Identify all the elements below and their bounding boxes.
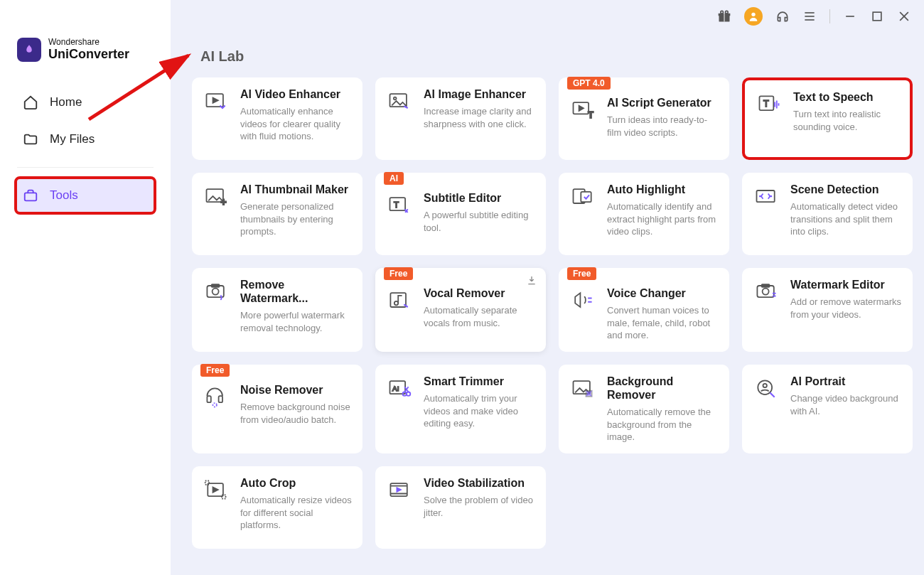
card-remove-watermark[interactable]: Remove Watermark... More powerful waterm… [192, 268, 362, 352]
card-desc: Add or remove watermarks from your video… [790, 296, 903, 321]
card-voice-changer[interactable]: Free Voice Changer Convert human voices … [559, 268, 729, 352]
card-desc: Remove background noise from video/audio… [240, 401, 353, 426]
auto-crop-icon [202, 476, 230, 505]
video-enhance-icon [202, 87, 230, 116]
card-watermark-editor[interactable]: Watermark Editor Add or remove watermark… [742, 268, 913, 352]
card-desc: A powerful subtitle editing tool. [424, 209, 536, 234]
card-smart-trimmer[interactable]: AI Smart Trimmer Automatically trim your… [375, 365, 546, 453]
card-desc: Generate personalized thumbnails by ente… [240, 200, 353, 238]
svg-rect-26 [581, 192, 591, 202]
svg-text:T: T [588, 110, 593, 120]
brand-bottom: UniConverter [48, 47, 129, 62]
menu-icon[interactable] [802, 9, 817, 23]
close-icon[interactable] [897, 9, 911, 23]
svg-point-38 [213, 403, 217, 407]
card-auto-crop[interactable]: Auto Crop Automatically resize videos fo… [192, 466, 362, 549]
card-desc: Automatically enhance videos for clearer… [240, 105, 353, 143]
card-title: Text to Speech [793, 90, 900, 104]
card-title: AI Script Generator [607, 96, 719, 109]
card-title: Voice Changer [607, 286, 719, 300]
vocal-icon [385, 286, 414, 315]
card-desc: Solve the problem of video jitter. [424, 494, 536, 519]
sidebar-divider [17, 167, 154, 168]
svg-text:+: + [220, 196, 226, 208]
card-desc: More powerful watermark removal technolo… [240, 309, 353, 334]
card-title: AI Portrait [790, 375, 903, 388]
card-title: AI Image Enhancer [424, 87, 536, 101]
card-title: Vocal Remover [424, 286, 536, 300]
svg-rect-48 [205, 480, 209, 484]
sidebar-item-tools[interactable]: Tools [17, 179, 154, 212]
card-desc: Automatically remove the background from… [607, 406, 719, 444]
titlebar [717, 7, 911, 26]
card-subtitle-editor[interactable]: AI T Subtitle Editor A powerful subtitle… [375, 173, 546, 255]
voice-changer-icon [569, 286, 597, 315]
card-noise-remover[interactable]: Free Noise Remover Remove background noi… [192, 365, 362, 453]
card-title: Smart Trimmer [424, 375, 536, 388]
card-title: Subtitle Editor [424, 191, 536, 205]
svg-point-42 [407, 392, 410, 395]
card-title: Video Stabilization [424, 476, 536, 490]
svg-point-29 [213, 289, 219, 295]
card-title: Noise Remover [240, 383, 353, 397]
card-title: AI Thumbnail Maker [240, 183, 353, 196]
card-scene-detection[interactable]: Scene Detection Automatically detect vid… [742, 173, 913, 255]
card-title: Watermark Editor [790, 278, 903, 291]
headset-icon[interactable] [775, 9, 790, 23]
card-desc: Turn text into realistic sounding voice. [793, 108, 900, 133]
scene-icon [752, 183, 780, 211]
svg-rect-37 [219, 396, 222, 402]
maximize-icon[interactable] [870, 9, 884, 23]
sidebar-item-myfiles[interactable]: My Files [17, 123, 154, 156]
image-enhance-icon [385, 87, 414, 116]
logo-mark-icon [17, 38, 41, 62]
svg-text:AI: AI [392, 385, 399, 392]
card-video-stabilization[interactable]: Video Stabilization Solve the problem of… [375, 466, 546, 549]
card-text-to-speech[interactable]: T Text to Speech Turn text into realisti… [742, 77, 913, 160]
card-ai-video-enhancer[interactable]: AI Video Enhancer Automatically enhance … [192, 77, 362, 160]
card-title: Scene Detection [790, 183, 903, 196]
svg-point-16 [394, 97, 397, 100]
card-title: Background Remover [607, 375, 719, 402]
svg-rect-36 [207, 396, 210, 402]
folder-icon [23, 131, 38, 147]
smart-trimmer-icon: AI [385, 375, 414, 403]
ai-portrait-icon [752, 375, 780, 403]
card-desc: Automatically detect video transitions a… [790, 200, 903, 238]
gift-icon[interactable] [717, 9, 731, 23]
stabilization-icon [385, 476, 414, 505]
tts-icon: T [755, 90, 783, 119]
svg-text:T: T [394, 200, 399, 209]
svg-rect-49 [222, 495, 225, 498]
svg-point-34 [763, 289, 769, 295]
badge-ai: AI [384, 172, 404, 185]
card-ai-image-enhancer[interactable]: AI Image Enhancer Increase image clarity… [375, 77, 546, 160]
toolbox-icon [23, 188, 38, 203]
card-desc: Turn ideas into ready-to-film video scri… [607, 114, 719, 139]
watermark-editor-icon [752, 278, 780, 306]
app-root: Wondershare UniConverter Home My Files T… [0, 0, 924, 575]
download-icon[interactable] [526, 275, 537, 286]
badge-free: Free [567, 267, 596, 280]
brand-logo: Wondershare UniConverter [17, 37, 154, 62]
sidebar-item-label: My Files [50, 132, 95, 146]
sidebar: Wondershare UniConverter Home My Files T… [0, 0, 171, 575]
thumbnail-icon: + [202, 183, 230, 211]
svg-point-4 [721, 11, 724, 14]
card-ai-script-generator[interactable]: GPT 4.0 T AI Script Generator Turn ideas… [559, 77, 729, 160]
sidebar-item-label: Tools [50, 188, 78, 203]
card-title: Auto Highlight [607, 183, 719, 196]
card-ai-thumbnail-maker[interactable]: + AI Thumbnail Maker Generate personaliz… [192, 173, 362, 255]
card-title: Auto Crop [240, 476, 353, 490]
card-auto-highlight[interactable]: Auto Highlight Automatically identify an… [559, 173, 729, 255]
highlight-icon [569, 183, 597, 211]
card-background-remover[interactable]: Background Remover Automatically remove … [559, 365, 729, 453]
card-ai-portrait[interactable]: AI Portrait Change video background with… [742, 365, 913, 453]
card-vocal-remover[interactable]: Free Vocal Remover Automatically separat… [375, 268, 546, 352]
minimize-icon[interactable] [843, 9, 857, 23]
sidebar-item-home[interactable]: Home [17, 86, 154, 119]
user-avatar-icon[interactable] [744, 7, 763, 26]
subtitle-icon: T [385, 191, 414, 220]
section-title: AI Lab [200, 48, 904, 65]
card-title: AI Video Enhancer [240, 87, 353, 101]
